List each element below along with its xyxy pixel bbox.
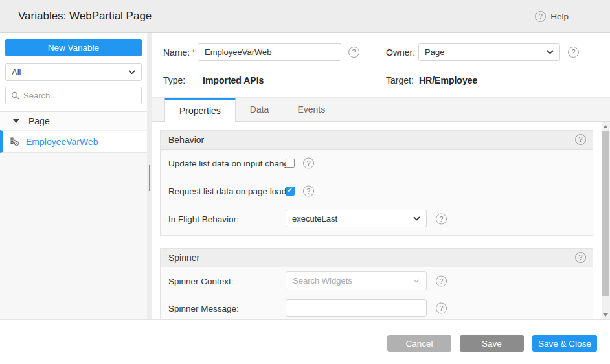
filter-value: All bbox=[12, 67, 21, 77]
help-label[interactable]: Help bbox=[550, 12, 569, 21]
type-value: Imported APIs bbox=[203, 75, 264, 85]
spinner-message-help-icon[interactable] bbox=[436, 302, 447, 313]
chevron-down-icon bbox=[128, 70, 135, 74]
tree-group-label: Page bbox=[28, 116, 50, 126]
request-list-checkbox[interactable] bbox=[286, 187, 295, 196]
vertical-scrollbar bbox=[602, 122, 610, 319]
spinner-message-row: Spinner Message: bbox=[161, 299, 593, 317]
owner-help-icon[interactable] bbox=[568, 47, 579, 58]
update-list-help-icon[interactable] bbox=[303, 157, 314, 168]
spinner-context-placeholder: Search Widgets bbox=[293, 276, 352, 286]
spinner-message-input[interactable] bbox=[286, 299, 427, 317]
owner-value: Page bbox=[425, 47, 444, 57]
in-flight-select[interactable]: executeLast bbox=[286, 210, 427, 227]
target-label: Target: bbox=[386, 75, 414, 85]
dialog-footer: Cancel Save Save & Close bbox=[0, 319, 610, 364]
tab-bar: Properties Data Events bbox=[152, 97, 610, 122]
spinner-help-icon[interactable] bbox=[575, 252, 586, 263]
request-list-label: Request list data on page load bbox=[168, 186, 286, 196]
help-link[interactable]: Help bbox=[535, 0, 569, 32]
variable-search bbox=[5, 87, 142, 104]
in-flight-row: In Flight Behavior: executeLast bbox=[161, 210, 593, 227]
dialog-header: Variables: WebPartial Page Help bbox=[0, 0, 610, 33]
help-icon[interactable] bbox=[535, 11, 546, 22]
behavior-help-icon[interactable] bbox=[575, 134, 586, 145]
name-input[interactable] bbox=[198, 43, 341, 61]
spinner-title: Spinner bbox=[168, 253, 199, 263]
spinner-message-label: Spinner Message: bbox=[168, 303, 239, 313]
owner-select[interactable]: Page bbox=[418, 43, 560, 61]
sidebar-splitter bbox=[147, 33, 152, 319]
request-list-row: Request list data on page load bbox=[161, 182, 593, 199]
name-label: Name:* bbox=[163, 47, 196, 58]
search-input[interactable] bbox=[23, 91, 136, 100]
chevron-down-icon bbox=[413, 216, 420, 221]
splitter-drag-handle[interactable] bbox=[149, 165, 150, 191]
target-value: HR/Employee bbox=[419, 75, 477, 85]
spinner-context-label: Spinner Context: bbox=[168, 276, 234, 286]
name-help-icon[interactable] bbox=[348, 47, 359, 58]
required-asterisk: * bbox=[192, 47, 195, 58]
page-title: Variables: WebPartial Page bbox=[18, 0, 152, 32]
behavior-panel-header: Behavior bbox=[161, 131, 593, 150]
scrollbar-thumb[interactable] bbox=[602, 131, 609, 296]
update-list-row: Update list data on input change bbox=[161, 154, 593, 172]
variables-dialog: Variables: WebPartial Page Help New Vari… bbox=[0, 0, 610, 364]
owner-label: Owner:* bbox=[386, 47, 421, 58]
cancel-button[interactable]: Cancel bbox=[387, 335, 451, 352]
chevron-down-icon bbox=[547, 50, 554, 54]
type-label: Type: bbox=[163, 75, 185, 85]
variable-detail-pane: Name:* Owner:* Page Type: Imported APIs … bbox=[152, 33, 610, 319]
spinner-context-row: Spinner Context: Search Widgets bbox=[161, 271, 593, 290]
save-button[interactable]: Save bbox=[460, 335, 524, 352]
tree-item-employeevarweb[interactable]: EmployeeVarWeb bbox=[0, 130, 147, 153]
behavior-title: Behavior bbox=[168, 135, 204, 145]
tab-properties[interactable]: Properties bbox=[164, 98, 236, 122]
update-list-label: Update list data on input change bbox=[168, 158, 294, 168]
spinner-context-help-icon[interactable] bbox=[436, 275, 447, 286]
spinner-context-combobox[interactable]: Search Widgets bbox=[286, 271, 427, 290]
variables-sidebar: New Variable All Page EmployeeVarWeb bbox=[0, 33, 147, 319]
update-list-checkbox[interactable] bbox=[286, 159, 295, 168]
request-list-help-icon[interactable] bbox=[303, 185, 314, 196]
save-and-close-button[interactable]: Save & Close bbox=[532, 335, 597, 352]
new-variable-button[interactable]: New Variable bbox=[5, 39, 142, 56]
properties-scroll-area: Behavior Update list data on input chang… bbox=[152, 122, 602, 319]
spinner-panel-header: Spinner bbox=[161, 249, 593, 267]
in-flight-help-icon[interactable] bbox=[436, 213, 447, 224]
webservice-icon bbox=[10, 137, 19, 146]
behavior-panel: Behavior Update list data on input chang… bbox=[160, 130, 593, 236]
tab-events[interactable]: Events bbox=[283, 98, 339, 121]
search-icon bbox=[11, 91, 19, 100]
in-flight-value: executeLast bbox=[292, 214, 337, 223]
tree-item-label: EmployeeVarWeb bbox=[26, 137, 98, 147]
scroll-up-icon[interactable] bbox=[603, 125, 608, 128]
tab-data[interactable]: Data bbox=[236, 98, 284, 121]
caret-down-icon bbox=[13, 119, 19, 123]
chevron-down-icon bbox=[413, 279, 420, 283]
spinner-panel: Spinner Spinner Context: Search Widgets … bbox=[160, 248, 593, 319]
variable-type-filter[interactable]: All bbox=[5, 63, 142, 81]
in-flight-label: In Flight Behavior: bbox=[168, 214, 239, 223]
tree-group-page[interactable]: Page bbox=[0, 111, 147, 130]
scroll-down-icon[interactable] bbox=[603, 313, 608, 317]
tree-background bbox=[0, 153, 147, 319]
